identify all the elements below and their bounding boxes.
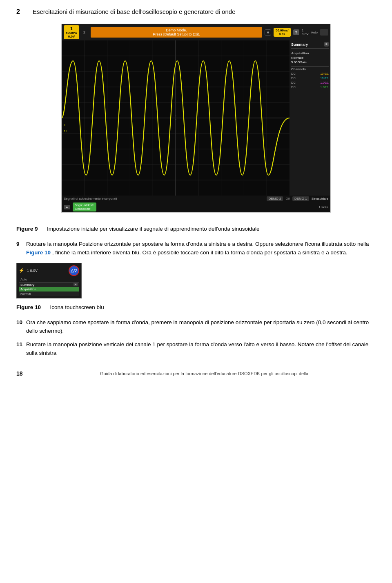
trigger-channel: 1 bbox=[302, 29, 303, 32]
figure10-container: ⚡ 1 0.0V △▽ Auto Summary ≡ Acquisition N… bbox=[16, 263, 82, 298]
figure10-caption: Figure 10 Icona touchscreen blu bbox=[16, 304, 376, 310]
ch1-number: 1 bbox=[70, 26, 73, 31]
ch1-button[interactable]: 1 500mV/ 0.0V bbox=[64, 25, 79, 39]
para9-text: Ruotare la manopola Posizione orizzontal… bbox=[26, 240, 376, 257]
footer-text: Guida di laboratorio ed esercitazioni pe… bbox=[33, 371, 376, 376]
summary-title: Summary bbox=[291, 42, 308, 47]
para9-number: 9 bbox=[16, 240, 26, 257]
ch3-coupling: DC bbox=[291, 81, 296, 85]
demo1-label: DEMO 1 bbox=[292, 196, 309, 201]
ch4-ratio: 1.00:1 bbox=[320, 85, 329, 89]
osc-icon-btn[interactable] bbox=[320, 29, 328, 36]
ch-row-4: DC 1.00:1 bbox=[291, 85, 329, 89]
figure9-caption-text: Impostazione iniziale per visualizzare i… bbox=[47, 226, 259, 232]
segn-line1: Segn: addestr. bbox=[75, 203, 94, 207]
segn-button[interactable]: Segn: addestr. Sinusoidale bbox=[73, 202, 96, 211]
fig10-trigger-icon: ⚡ bbox=[19, 268, 24, 273]
ch3-ratio: 1.00:1 bbox=[320, 81, 329, 85]
demo2-label: DEMO 2 bbox=[267, 196, 283, 201]
fig10-icon: ≡ bbox=[74, 283, 78, 286]
svg-text:T: T bbox=[64, 123, 66, 127]
trigger-info: 1 0.0V bbox=[302, 29, 308, 36]
acquisition-rate: 5.00GSa/s bbox=[291, 60, 329, 64]
fig10-summary-row: Summary ≡ bbox=[19, 282, 79, 287]
osc-bottom-bar: Segnali di addestramento incorporati DEM… bbox=[62, 196, 330, 202]
demo-line2: Press [Default Setup] to Exit. bbox=[153, 32, 200, 36]
ch-row-2: DC 10.0:1 bbox=[291, 76, 329, 80]
fig10-top: ⚡ 1 0.0V △▽ bbox=[19, 265, 79, 276]
fig10-acquisition-label: Acquisition bbox=[20, 287, 36, 291]
page-title-text: Esercitazioni di misurazione di base del… bbox=[33, 8, 235, 15]
ch2-ratio: 10.0:1 bbox=[320, 76, 329, 80]
demo-mode-banner: Demo Mode. Press [Default Setup] to Exit… bbox=[91, 27, 262, 38]
page-number-top: 2 bbox=[16, 8, 24, 16]
ch1-value: 500mV/ bbox=[66, 31, 77, 35]
sinusoide-label: Sinusoidale bbox=[312, 197, 328, 200]
para9-figure-ref: Figure 10 bbox=[26, 249, 51, 256]
figure10-caption-text: Icona touchscreen blu bbox=[50, 304, 104, 310]
timebase-info: 50.00ns/ 0.0s bbox=[274, 28, 291, 37]
summary-icon[interactable]: ≡ bbox=[324, 42, 329, 47]
ch-row-1: DC 10.0:1 bbox=[291, 72, 329, 76]
arrow-button[interactable]: ▲ bbox=[64, 205, 70, 209]
ch2-number: 2 bbox=[83, 30, 85, 34]
acquisition-mode: Normale bbox=[291, 56, 329, 60]
uscita-label: Uscita bbox=[319, 205, 328, 209]
figure9-caption: Figure 9 Impostazione iniziale per visua… bbox=[16, 226, 376, 232]
page: 2 Esercitazioni di misurazione di base d… bbox=[0, 0, 392, 389]
body-para-9: 9 Ruotare la manopola Posizione orizzont… bbox=[16, 240, 376, 257]
timebase-offset: 0.0s bbox=[279, 32, 285, 36]
trigger-value: 0.0V bbox=[302, 32, 308, 36]
para9-text-part1: Ruotare la manopola Posizione orizzontal… bbox=[26, 241, 369, 247]
off-label: Off bbox=[285, 197, 290, 200]
ch1-offset: 0.0V bbox=[68, 35, 75, 38]
ch1-coupling: DC bbox=[291, 72, 296, 76]
para9-text-part2: , finché la metà inferiore diventa blu. … bbox=[52, 249, 347, 256]
oscilloscope-figure: 1 500mV/ 0.0V 2 Demo Mode. Press [Defaul… bbox=[61, 24, 331, 213]
page-header: 2 Esercitazioni di misurazione di base d… bbox=[16, 8, 376, 16]
fig10-blue-icon-button[interactable]: △▽ bbox=[69, 265, 79, 276]
waveform-svg: T 1↕ bbox=[62, 40, 290, 196]
fig10-trigger-value: 1 0.0V bbox=[27, 269, 38, 273]
body-para-11: 11 Ruotare la manopola posizione vertica… bbox=[16, 340, 376, 358]
fig10-normal-row: Normal bbox=[19, 292, 79, 296]
ch1-ratio: 10.0:1 bbox=[320, 72, 329, 76]
osc-waveform-canvas: T 1↕ bbox=[62, 40, 290, 196]
para11-number: 11 bbox=[16, 340, 26, 358]
acquisition-title: Acquisition bbox=[291, 51, 329, 55]
footer-page-number: 18 bbox=[16, 370, 33, 377]
fig10-acquisition-row: Acquisition bbox=[19, 287, 79, 292]
ch-row-3: DC 1.00:1 bbox=[291, 81, 329, 85]
oscilloscope-figure-wrapper: 1 500mV/ 0.0V 2 Demo Mode. Press [Defaul… bbox=[16, 24, 376, 220]
osc-top-bar: 1 500mV/ 0.0V 2 Demo Mode. Press [Defaul… bbox=[62, 24, 330, 40]
para10-text: Ora che sappiamo come spostare la forma … bbox=[26, 318, 376, 336]
h-button[interactable]: H bbox=[265, 29, 271, 36]
fig10-normal-label: Normal bbox=[20, 292, 31, 296]
svg-text:1↕: 1↕ bbox=[64, 129, 67, 133]
osc-bottom-bar2: ▲ Segn: addestr. Sinusoidale Uscita bbox=[62, 202, 330, 212]
ch4-coupling: DC bbox=[291, 85, 296, 89]
page-footer: 18 Guida di laboratorio ed esercitazioni… bbox=[16, 366, 376, 377]
demo-line1: Demo Mode. bbox=[166, 28, 187, 32]
figure9-label: Figure 9 bbox=[16, 226, 38, 232]
fig10-auto: Auto bbox=[19, 278, 79, 282]
summary-panel: Summary ≡ Acquisition Normale 5.00GSa/s … bbox=[290, 40, 330, 196]
timebase-value: 50.00ns/ bbox=[276, 29, 289, 32]
ch2-button[interactable]: 2 bbox=[82, 29, 88, 35]
osc-status-text: Segnali di addestramento incorporati bbox=[64, 197, 264, 200]
segn-line2: Sinusoidale bbox=[75, 207, 94, 211]
fig10-summary-label: Summary bbox=[20, 283, 34, 287]
channels-title: Channels bbox=[291, 66, 329, 71]
figure10-label: Figure 10 bbox=[16, 304, 41, 310]
para11-text: Ruotare la manopola posizione verticale … bbox=[26, 340, 376, 358]
body-para-10: 10 Ora che sappiamo come spostare la for… bbox=[16, 318, 376, 336]
ch2-coupling: DC bbox=[291, 76, 296, 80]
osc-main-area: T 1↕ Summary ≡ Acquisition Normale 5 bbox=[62, 40, 330, 196]
auto-badge: Auto bbox=[311, 31, 318, 34]
para10-number: 10 bbox=[16, 318, 26, 336]
t-button[interactable]: T bbox=[293, 29, 300, 35]
